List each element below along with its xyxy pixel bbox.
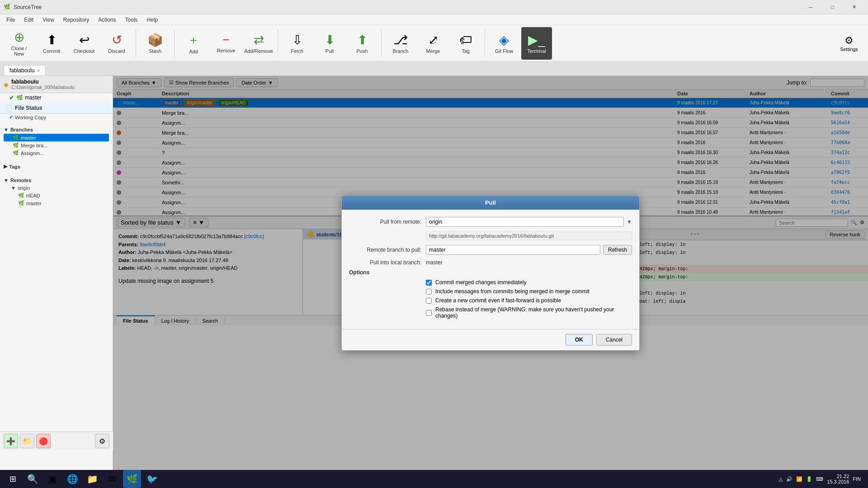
- sidebar-item-head[interactable]: 🌿 HEAD: [4, 192, 109, 199]
- taskbar-app-icon[interactable]: 🐦: [143, 470, 161, 488]
- ok-button[interactable]: OK: [566, 334, 593, 346]
- fetch-label: Fetch: [291, 48, 303, 54]
- merge-label: Merge: [426, 48, 440, 54]
- git-flow-icon: ◈: [499, 33, 509, 47]
- remote-select-chevron-icon: ▼: [627, 219, 632, 225]
- pull-dialog: Pull Pull from remote: origin ▼: [341, 195, 640, 351]
- repo-settings-button[interactable]: ⚙: [95, 434, 109, 448]
- remote-branch-row: Remote branch to pull: master Refresh: [349, 245, 632, 255]
- head-label: HEAD: [26, 193, 40, 198]
- taskbar-ie-icon[interactable]: 🌐: [63, 470, 81, 488]
- assignment-branch-icon: 🌿: [13, 150, 19, 156]
- start-button[interactable]: ⊞: [4, 470, 22, 488]
- sidebar-repo-header: ◆ fablaboulu C:\Users\jpmak_000\fablabou…: [0, 76, 113, 93]
- sidebar: ◆ fablaboulu C:\Users\jpmak_000\fablabou…: [0, 76, 113, 470]
- refresh-button[interactable]: Refresh: [603, 245, 632, 255]
- commit-merged-checkbox[interactable]: [426, 280, 432, 286]
- discard-button[interactable]: ↺ Discard: [101, 27, 132, 60]
- add-folder-button[interactable]: 📁: [20, 434, 34, 448]
- remove-repo-button[interactable]: 🔴: [36, 434, 51, 448]
- discard-label: Discard: [108, 48, 125, 54]
- tags-header[interactable]: ▶ Tags: [4, 162, 109, 171]
- pull-icon: ⬇: [325, 33, 335, 47]
- taskbar-mail-icon[interactable]: ✉: [103, 470, 121, 488]
- menu-tools[interactable]: Tools: [121, 16, 142, 24]
- sidebar-item-working-copy[interactable]: ✔ Working Copy: [0, 113, 113, 121]
- sidebar-item-merge-branch[interactable]: 🌿 Merge bra...: [4, 141, 109, 149]
- terminal-button[interactable]: ▶_ Terminal: [521, 27, 552, 60]
- merge-branch-icon: 🌿: [13, 142, 19, 148]
- tab-close-button[interactable]: ×: [37, 68, 40, 73]
- rebase-checkbox[interactable]: [426, 310, 432, 316]
- add-repo-button[interactable]: ➕: [4, 434, 18, 448]
- repo-tab[interactable]: fablaboulu ×: [4, 65, 46, 75]
- checkout-button[interactable]: ↩ Checkout: [69, 27, 99, 60]
- sidebar-item-origin[interactable]: ▼ origin: [4, 184, 109, 192]
- menu-file[interactable]: File: [2, 16, 19, 24]
- taskbar-lang: FIN: [853, 476, 861, 482]
- taskbar-search-icon[interactable]: 🔍: [24, 470, 42, 488]
- title-bar-controls: ─ □ ✕: [800, 0, 864, 14]
- push-icon: ⬆: [357, 33, 368, 47]
- sidebar-item-remote-master[interactable]: 🌿 master: [4, 199, 109, 207]
- maximize-button[interactable]: □: [822, 0, 843, 14]
- taskbar-explorer-icon[interactable]: 📁: [83, 470, 101, 488]
- commit-button[interactable]: ⬆ Commit: [36, 27, 67, 60]
- pull-button[interactable]: ⬇ Pull: [314, 27, 345, 60]
- working-copy-label: Working Copy: [15, 115, 46, 120]
- branch-button[interactable]: ⎇ Branch: [385, 27, 416, 60]
- branches-header[interactable]: ▼ Branches: [4, 126, 109, 134]
- menu-view[interactable]: View: [38, 16, 59, 24]
- menu-edit[interactable]: Edit: [19, 16, 38, 24]
- taskbar-task-view-icon[interactable]: ▣: [43, 470, 61, 488]
- sidebar-branches-section: ▼ Branches 🌿 master 🌿 Merge bra... 🌿 Ass…: [0, 123, 113, 160]
- rebase-label: Rebase instead of merge (WARNING: make s…: [435, 306, 632, 319]
- stash-button[interactable]: 📦 Stash: [140, 27, 170, 60]
- toolbar-divider-5: [485, 30, 485, 57]
- toolbar-divider-3: [278, 30, 278, 57]
- settings-button[interactable]: ⚙ Settings: [834, 27, 864, 60]
- remotes-header[interactable]: ▼ Remotes: [4, 176, 109, 184]
- fetch-button[interactable]: ⇩ Fetch: [282, 27, 312, 60]
- new-commit-checkbox[interactable]: [426, 298, 432, 304]
- pull-from-remote-select[interactable]: origin: [426, 217, 624, 227]
- pull-into-label: Pull into local branch:: [349, 259, 421, 266]
- sidebar-tags-section: ▶ Tags: [0, 160, 113, 174]
- taskbar-volume-icon: 🔊: [786, 476, 793, 482]
- taskbar-right: △ 🔊 📶 🔋 ⌨ 21.22 15.3.2016 FIN: [779, 474, 864, 484]
- branch-tree-icon: 🌿: [16, 94, 23, 101]
- commit-icon: ⬆: [47, 33, 57, 47]
- tab-bar: fablaboulu ×: [0, 61, 868, 76]
- add-remove-icon: ⇄: [254, 33, 264, 47]
- taskbar-sourcetree-icon[interactable]: 🌿: [123, 470, 141, 488]
- tag-button[interactable]: 🏷 Tag: [450, 27, 481, 60]
- remove-button[interactable]: − Remove: [211, 27, 241, 60]
- branch-label: Branch: [393, 48, 409, 54]
- close-button[interactable]: ✕: [844, 0, 864, 14]
- cancel-button[interactable]: Cancel: [596, 334, 632, 346]
- remove-label: Remove: [217, 48, 236, 53]
- sidebar-item-master[interactable]: 🌿 master: [4, 134, 109, 141]
- remote-branch-select[interactable]: master: [426, 245, 600, 255]
- merge-button[interactable]: ⤢ Merge: [418, 27, 448, 60]
- clone-new-button[interactable]: ⊕ Clone / New: [4, 27, 34, 60]
- option-include-messages: Include messages from commits being merg…: [426, 288, 632, 295]
- add-remove-label: Add/Remove: [244, 48, 273, 54]
- include-messages-checkbox[interactable]: [426, 289, 432, 295]
- sidebar-item-assignment-branch[interactable]: 🌿 Assignm...: [4, 149, 109, 157]
- menu-bar: File Edit View Repository Actions Tools …: [0, 14, 868, 25]
- menu-repository[interactable]: Repository: [59, 16, 94, 24]
- origin-arrow-icon: ▼: [11, 185, 16, 191]
- git-flow-button[interactable]: ◈ Git Flow: [489, 27, 519, 60]
- menu-help[interactable]: Help: [142, 16, 163, 24]
- content-area: All Branches ▼ ☑ Show Remote Branches Da…: [113, 76, 868, 470]
- push-button[interactable]: ⬆ Push: [347, 27, 377, 60]
- master-branch-label: master: [21, 135, 36, 141]
- minimize-button[interactable]: ─: [800, 0, 821, 14]
- add-remove-button[interactable]: ⇄ Add/Remove: [243, 27, 274, 60]
- pull-into-value: master: [426, 259, 443, 266]
- file-status-icon: 📄: [5, 105, 12, 111]
- clone-new-icon: ⊕: [14, 30, 24, 45]
- menu-actions[interactable]: Actions: [94, 16, 120, 24]
- add-button[interactable]: ＋ Add: [178, 27, 209, 60]
